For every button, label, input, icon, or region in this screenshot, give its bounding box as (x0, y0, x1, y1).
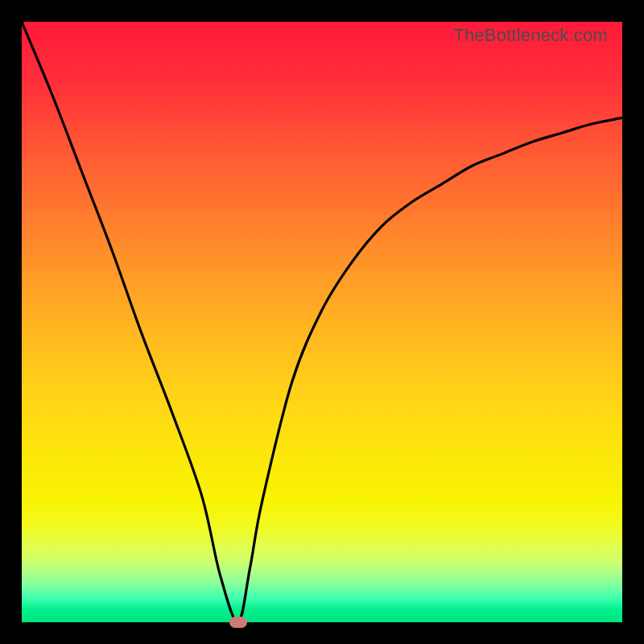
plot-area: TheBottleneck.com (22, 22, 622, 622)
chart-frame: TheBottleneck.com (0, 0, 644, 644)
bottleneck-curve (22, 22, 622, 622)
optimal-marker (229, 617, 247, 628)
